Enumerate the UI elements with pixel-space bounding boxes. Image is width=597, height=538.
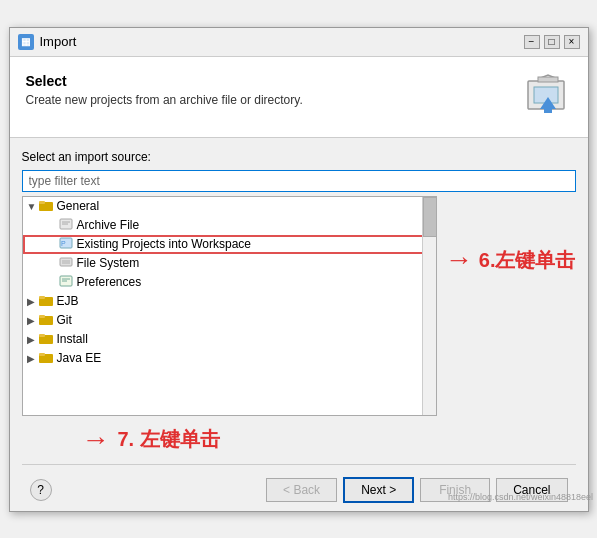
svg-rect-3: [544, 103, 552, 113]
svg-rect-18: [39, 296, 45, 299]
header-description: Create new projects from an archive file…: [26, 93, 303, 107]
scrollbar-track[interactable]: [422, 197, 436, 415]
close-button[interactable]: ×: [564, 35, 580, 49]
content-section: Select an import source: ▼GeneralArchive…: [10, 138, 588, 416]
help-button[interactable]: ?: [30, 479, 52, 501]
button-row: ? < Back Next > Finish Cancel: [22, 469, 576, 511]
tree-item[interactable]: Preferences: [23, 273, 436, 292]
scrollbar-thumb[interactable]: [423, 197, 437, 237]
red-arrow-1: →: [445, 244, 473, 276]
tree-item[interactable]: ▶Install: [23, 330, 436, 349]
tree-item-label: Preferences: [77, 275, 142, 289]
tree-arrow: ▶: [27, 334, 39, 345]
tree-item-icon: [39, 294, 53, 309]
svg-rect-13: [62, 260, 70, 264]
svg-rect-20: [39, 315, 45, 318]
cancel-button[interactable]: Cancel: [496, 478, 567, 502]
annotation-arrow-1: → 6.左键单击: [445, 244, 576, 276]
tree-arrow: ▶: [27, 315, 39, 326]
tree-item-label: Java EE: [57, 351, 102, 365]
tree-arrow: ▼: [27, 201, 39, 212]
tree-item[interactable]: PExisting Projects into Workspace: [23, 235, 436, 254]
tree-item[interactable]: ▼General: [23, 197, 436, 216]
annotation-text-2: 7. 左键单击: [118, 426, 220, 453]
tree-item-icon: P: [59, 237, 73, 252]
svg-rect-24: [39, 353, 45, 356]
svg-text:P: P: [61, 240, 66, 247]
tree-item-icon: [39, 199, 53, 214]
filter-input[interactable]: [22, 170, 576, 192]
tree-item[interactable]: ▶EJB: [23, 292, 436, 311]
tree-item-label: Git: [57, 313, 72, 327]
header-text: Select Create new projects from an archi…: [26, 73, 303, 107]
svg-rect-22: [39, 334, 45, 337]
annotation-row-2: → 7. 左键单击: [22, 416, 576, 460]
header-section: Select Create new projects from an archi…: [10, 57, 588, 138]
import-source-label: Select an import source:: [22, 150, 576, 164]
divider: [22, 464, 576, 465]
tree-item[interactable]: ▶Java EE: [23, 349, 436, 368]
tree-item-label: Existing Projects into Workspace: [77, 237, 252, 251]
tree-item-label: Install: [57, 332, 88, 346]
tree-arrow: ▶: [27, 296, 39, 307]
back-button[interactable]: < Back: [266, 478, 337, 502]
tree-item-icon: [39, 313, 53, 328]
tree-item-label: Archive File: [77, 218, 140, 232]
tree-item[interactable]: Archive File: [23, 216, 436, 235]
window-controls: − □ ×: [524, 35, 580, 49]
annotation-text-1: 6.左键单击: [479, 248, 576, 272]
tree-item-label: File System: [77, 256, 140, 270]
header-icon: [524, 73, 572, 121]
header-heading: Select: [26, 73, 303, 89]
bottom-section: → 7. 左键单击 ? < Back Next > Finish Cancel …: [10, 416, 588, 511]
dialog-title: Import: [40, 34, 518, 49]
svg-rect-4: [538, 77, 558, 82]
maximize-button[interactable]: □: [544, 35, 560, 49]
tree-item-icon: [39, 332, 53, 347]
dialog-icon: ▦: [18, 34, 34, 50]
import-dialog: ▦ Import − □ × Select Create new project…: [9, 27, 589, 512]
tree-item[interactable]: ▶Git: [23, 311, 436, 330]
finish-button[interactable]: Finish: [420, 478, 490, 502]
tree-item[interactable]: File System: [23, 254, 436, 273]
tree-item-icon: [59, 275, 73, 290]
tree-view[interactable]: ▼GeneralArchive FilePExisting Projects i…: [22, 196, 437, 416]
tree-arrow: ▶: [27, 353, 39, 364]
svg-rect-6: [39, 201, 45, 204]
tree-item-icon: [39, 351, 53, 366]
tree-item-label: EJB: [57, 294, 79, 308]
tree-item-icon: [59, 256, 73, 271]
title-bar: ▦ Import − □ ×: [10, 28, 588, 57]
next-button[interactable]: Next >: [343, 477, 414, 503]
tree-item-label: General: [57, 199, 100, 213]
minimize-button[interactable]: −: [524, 35, 540, 49]
red-arrow-2: →: [82, 424, 110, 456]
tree-item-icon: [59, 218, 73, 233]
